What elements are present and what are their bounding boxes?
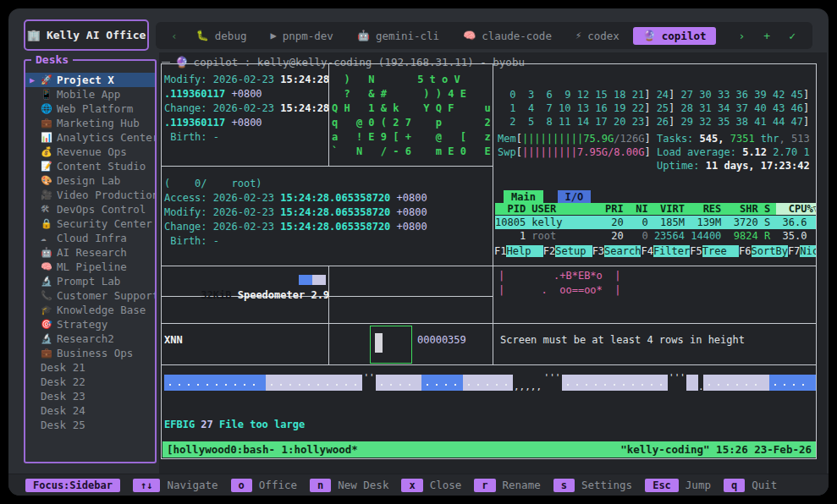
desk-label: Research2 <box>57 332 114 345</box>
shortcut-key[interactable]: x <box>401 479 422 492</box>
sidebar-item-marketing-hub[interactable]: 💼Marketing Hub <box>25 116 155 130</box>
htop-row[interactable]: 1 root 20 0 23564 14400 9824 R 35.0 <box>495 229 817 243</box>
tab-gemini-cli[interactable]: 🤖gemini-cli <box>347 27 449 45</box>
sidebar-item-content-studio[interactable]: 📝Content Studio <box>25 159 155 173</box>
sidebar-item-analytics-center[interactable]: 📊Analytics Center <box>25 130 155 145</box>
bar-segment-lav <box>686 375 698 391</box>
tab-codex[interactable]: ⚡codex <box>565 27 630 45</box>
add-tab-icon[interactable]: + <box>763 30 770 42</box>
tab-label: pnpm-dev <box>283 30 333 42</box>
sidebar-item-project-x[interactable]: ▶🚀Project X <box>25 73 155 87</box>
scroll-left-icon[interactable]: ‹ <box>166 30 183 42</box>
shortcut-key[interactable]: n <box>310 479 331 492</box>
tab-pnpm-dev[interactable]: ▶pnpm-dev <box>260 27 343 45</box>
desk-label: Desk 23 <box>41 390 85 403</box>
htop-uptime: Uptime: 11 days, 17:23:42 <box>657 159 810 173</box>
mobile-icon: 📱 <box>41 89 57 100</box>
tab-debug[interactable]: 🐛debug <box>186 27 257 45</box>
desk-label: Business Ops <box>57 347 133 359</box>
shortcut-key[interactable]: ↑↓ <box>133 479 160 492</box>
sidebar-item-ai-research[interactable]: 🤖AI Research <box>25 245 155 260</box>
fkey-label[interactable]: Tree <box>702 245 739 257</box>
fkey-F3[interactable]: F3 <box>592 245 604 257</box>
tab-claude-code[interactable]: 🧠claude-code <box>453 27 562 45</box>
status-left: [hollywood0:bash- 1:hollywood* <box>167 443 358 456</box>
tab-label: gemini-cli <box>376 30 439 42</box>
shortcut-settings[interactable]: sSettings <box>553 479 632 492</box>
stat-block-1: Modify: 2026-02-23 15:24:28.119360117 +0… <box>164 73 329 145</box>
sidebar-item-ml-pipeline[interactable]: 🧠ML Pipeline <box>25 260 155 274</box>
office-title-button[interactable]: 🏢 Kelly AI Office <box>24 19 149 51</box>
shortcut-jump[interactable]: EscJump <box>645 479 711 492</box>
shortcut-new-desk[interactable]: nNew Desk <box>310 479 388 492</box>
fkey-F1[interactable]: F1 <box>494 245 506 257</box>
sidebar-item-strategy[interactable]: 🎯Strategy <box>25 317 155 331</box>
sidebar-item-customer-support[interactable]: 📞Customer Support <box>25 288 155 303</box>
desk-label: Video Production <box>57 189 155 201</box>
sidebar-item-desk-21[interactable]: Desk 21 <box>25 360 155 375</box>
fkey-label[interactable]: Help <box>506 245 542 257</box>
sidebar-item-prompt-lab[interactable]: 🔬Prompt Lab <box>25 274 155 288</box>
speedometer-size: 32KiB <box>201 289 231 301</box>
sidebar-item-design-lab[interactable]: 🎨Design Lab <box>25 173 155 188</box>
desk-label: AI Research <box>57 246 127 259</box>
sidebar-item-desk-22[interactable]: Desk 22 <box>25 375 155 389</box>
shortcut-label: Jump <box>686 479 711 491</box>
shortcut-key[interactable]: o <box>231 479 252 492</box>
fkey-F7[interactable]: F7 <box>788 245 800 257</box>
sidebar-item-web-platform[interactable]: 🌐Web Platform <box>25 101 155 116</box>
fkey-label[interactable]: Nice <box>800 245 817 257</box>
desk-label: Desk 21 <box>41 361 85 374</box>
shortcut-key[interactable]: Esc <box>645 479 679 492</box>
sidebar-item-desk-25[interactable]: Desk 25 <box>25 418 155 432</box>
shortcut-rename[interactable]: rRename <box>474 479 540 492</box>
lock-icon: 🔒 <box>41 218 57 229</box>
desk-label: Analytics Center <box>57 131 155 144</box>
fkey-label[interactable]: Setup <box>555 245 592 257</box>
tab-label: claude-code <box>482 30 552 42</box>
htop-row-selected[interactable]: 10805 kelly 20 0 185M 139M 3720 S 36.6 <box>495 216 817 229</box>
sidebar-item-revenue-ops[interactable]: 💰Revenue Ops <box>25 145 155 159</box>
shortcut-key[interactable]: s <box>553 479 575 492</box>
sidebar-item-desk-24[interactable]: Desk 24 <box>25 403 155 418</box>
sidebar-item-mobile-app[interactable]: 📱Mobile App <box>25 87 155 101</box>
matrix-pane: ) N 5 t o V ? & # ) ) 4 EQ H 1 & k Y Q F… <box>332 73 491 159</box>
shortcut-navigate[interactable]: ↑↓Navigate <box>133 479 218 492</box>
sidebar-item-business-ops[interactable]: 💼Business Ops <box>25 346 155 360</box>
sidebar-item-security-center[interactable]: 🔒Security Center <box>25 216 155 231</box>
sidebar-item-knowledge-base[interactable]: 🎓Knowledge Base <box>25 303 155 317</box>
fkey-F6[interactable]: F6 <box>739 245 751 257</box>
sidebar-item-devops-control[interactable]: 🛠DevOps Control <box>25 202 155 216</box>
bar-gap: ''' <box>542 375 562 391</box>
sidebar-item-desk-23[interactable]: Desk 23 <box>25 389 155 403</box>
shortcut-key[interactable]: q <box>724 479 745 492</box>
focus-indicator: Focus:Sidebar <box>25 479 120 492</box>
shortcut-key[interactable]: r <box>474 479 495 492</box>
stat-block-2: ( 0/ root)Access: 2026-02-23 15:24:28.06… <box>164 177 427 249</box>
brain-icon: 🧠 <box>41 261 57 272</box>
sidebar-item-video-production[interactable]: 🎥Video Production <box>25 188 155 202</box>
check-icon[interactable]: ✓ <box>789 30 796 42</box>
fkey-F2[interactable]: F2 <box>543 245 555 257</box>
shortcut-close[interactable]: xClose <box>401 479 461 492</box>
cloud-icon: ☁ <box>41 233 57 244</box>
fkey-F5[interactable]: F5 <box>690 245 702 257</box>
sidebar-item-research2[interactable]: 🔬Research2 <box>25 331 155 346</box>
sidebar-item-cloud-infra[interactable]: ☁Cloud Infra <box>25 231 155 245</box>
shortcut-label: Quit <box>752 479 777 491</box>
scroll-right-icon[interactable]: › <box>739 30 746 42</box>
shortcut-quit[interactable]: qQuit <box>724 479 777 492</box>
screen-status-bar: [hollywood0:bash- 1:hollywood* "kelly-co… <box>162 441 816 457</box>
globe-icon: 🌐 <box>41 103 57 114</box>
desk-label: Knowledge Base <box>57 304 146 316</box>
htop-load-average: Load average: 5.12 2.70 1 <box>657 145 810 159</box>
fkey-label[interactable]: SortBy <box>752 245 788 257</box>
office-building-icon: 🏢 <box>27 29 41 41</box>
desk-label: DevOps Control <box>57 203 146 216</box>
fkey-label[interactable]: Filter <box>653 245 690 257</box>
tab-copilot[interactable]: 🔮copilot <box>633 27 717 45</box>
fkey-F4[interactable]: F4 <box>641 245 653 257</box>
fkey-label[interactable]: Search <box>604 245 641 257</box>
shortcut-office[interactable]: oOffice <box>231 479 297 492</box>
selected-arrow-icon: ▶ <box>30 75 41 85</box>
